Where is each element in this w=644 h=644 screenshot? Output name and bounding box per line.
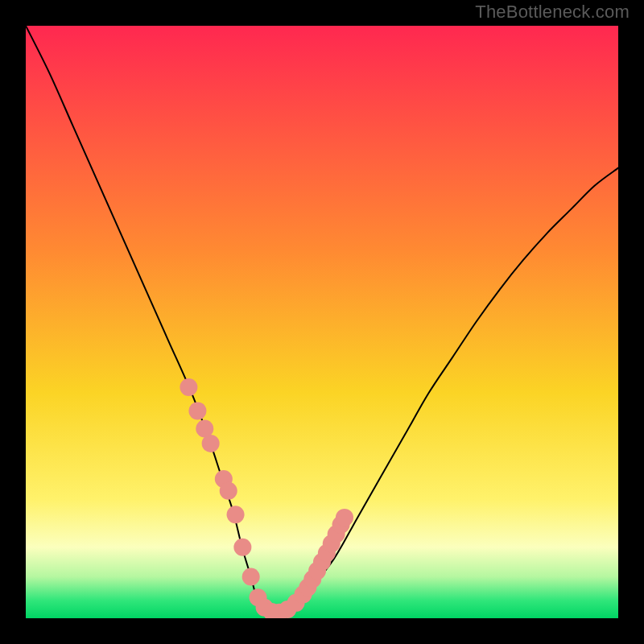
data-marker — [336, 509, 353, 526]
data-marker — [188, 402, 206, 419]
watermark-text: TheBottleneck.com — [475, 2, 630, 23]
chart-plot — [26, 26, 618, 618]
data-marker — [227, 506, 245, 523]
gradient-background — [26, 26, 618, 618]
data-marker — [242, 568, 260, 585]
data-marker — [233, 539, 251, 556]
chart-frame: TheBottleneck.com — [0, 0, 644, 644]
data-marker — [220, 482, 237, 500]
data-marker — [202, 435, 220, 452]
data-marker — [180, 378, 197, 396]
